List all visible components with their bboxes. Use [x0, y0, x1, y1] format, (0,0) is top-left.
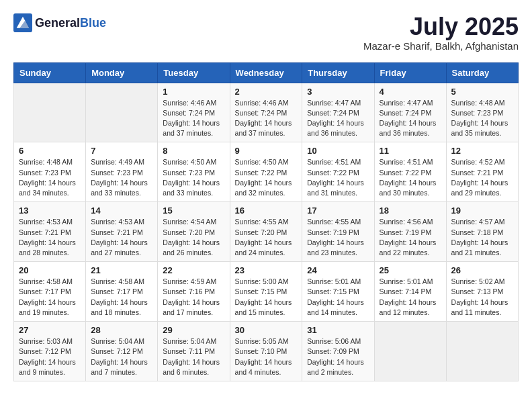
calendar-cell: 25Sunrise: 5:01 AM Sunset: 7:14 PM Dayli… [374, 262, 446, 322]
day-info: Sunrise: 4:55 AM Sunset: 7:20 PM Dayligh… [235, 217, 298, 258]
day-info: Sunrise: 4:57 AM Sunset: 7:18 PM Dayligh… [451, 217, 513, 258]
day-info: Sunrise: 4:47 AM Sunset: 7:24 PM Dayligh… [380, 98, 441, 139]
calendar-cell: 5Sunrise: 4:48 AM Sunset: 7:23 PM Daylig… [446, 83, 518, 142]
calendar-cell: 26Sunrise: 5:02 AM Sunset: 7:13 PM Dayli… [446, 262, 518, 322]
calendar-week-row: 27Sunrise: 5:03 AM Sunset: 7:12 PM Dayli… [14, 322, 519, 381]
day-info: Sunrise: 4:51 AM Sunset: 7:22 PM Dayligh… [380, 157, 441, 198]
day-info: Sunrise: 4:50 AM Sunset: 7:23 PM Dayligh… [163, 157, 224, 198]
logo-blue: Blue [80, 16, 106, 30]
day-number: 13 [19, 205, 81, 216]
calendar-cell: 7Sunrise: 4:49 AM Sunset: 7:23 PM Daylig… [86, 142, 158, 202]
calendar-cell: 22Sunrise: 4:59 AM Sunset: 7:16 PM Dayli… [158, 262, 230, 322]
calendar-cell: 9Sunrise: 4:50 AM Sunset: 7:22 PM Daylig… [230, 142, 302, 202]
day-number: 7 [91, 146, 152, 156]
calendar-week-row: 6Sunrise: 4:48 AM Sunset: 7:23 PM Daylig… [14, 142, 519, 202]
day-info: Sunrise: 4:59 AM Sunset: 7:16 PM Dayligh… [163, 277, 224, 318]
day-info: Sunrise: 5:05 AM Sunset: 7:10 PM Dayligh… [235, 336, 298, 377]
day-info: Sunrise: 5:02 AM Sunset: 7:13 PM Dayligh… [451, 277, 513, 318]
day-info: Sunrise: 4:53 AM Sunset: 7:21 PM Dayligh… [19, 217, 81, 258]
weekday-header-thursday: Thursday [302, 62, 374, 83]
day-number: 1 [163, 87, 224, 97]
calendar-cell: 18Sunrise: 4:56 AM Sunset: 7:19 PM Dayli… [374, 202, 446, 262]
day-info: Sunrise: 4:50 AM Sunset: 7:22 PM Dayligh… [235, 157, 298, 198]
weekday-header-row: SundayMondayTuesdayWednesdayThursdayFrid… [14, 62, 519, 83]
day-info: Sunrise: 4:54 AM Sunset: 7:20 PM Dayligh… [163, 217, 224, 258]
calendar-week-row: 13Sunrise: 4:53 AM Sunset: 7:21 PM Dayli… [14, 202, 519, 262]
day-number: 23 [235, 265, 298, 275]
day-number: 9 [235, 146, 298, 156]
day-number: 10 [307, 146, 369, 156]
calendar-cell: 4Sunrise: 4:47 AM Sunset: 7:24 PM Daylig… [374, 83, 446, 142]
day-number: 3 [307, 87, 369, 97]
weekday-header-sunday: Sunday [14, 62, 86, 83]
calendar-cell: 11Sunrise: 4:51 AM Sunset: 7:22 PM Dayli… [374, 142, 446, 202]
calendar-cell: 30Sunrise: 5:05 AM Sunset: 7:10 PM Dayli… [230, 322, 302, 381]
day-number: 16 [235, 205, 298, 216]
calendar-cell: 31Sunrise: 5:06 AM Sunset: 7:09 PM Dayli… [302, 322, 374, 381]
day-info: Sunrise: 4:48 AM Sunset: 7:23 PM Dayligh… [451, 98, 513, 139]
day-number: 29 [163, 325, 224, 335]
day-info: Sunrise: 4:47 AM Sunset: 7:24 PM Dayligh… [307, 98, 369, 139]
day-number: 4 [380, 87, 441, 97]
day-info: Sunrise: 4:58 AM Sunset: 7:17 PM Dayligh… [19, 277, 81, 318]
day-info: Sunrise: 5:01 AM Sunset: 7:14 PM Dayligh… [380, 277, 441, 318]
day-info: Sunrise: 4:46 AM Sunset: 7:24 PM Dayligh… [235, 98, 298, 139]
title-block: July 2025 Mazar-e Sharif, Balkh, Afghani… [363, 13, 519, 52]
calendar-cell: 20Sunrise: 4:58 AM Sunset: 7:17 PM Dayli… [14, 262, 86, 322]
day-number: 21 [91, 265, 152, 275]
calendar-cell: 10Sunrise: 4:51 AM Sunset: 7:22 PM Dayli… [302, 142, 374, 202]
logo: GeneralBlue [13, 13, 106, 32]
day-number: 27 [19, 325, 81, 335]
calendar-cell: 3Sunrise: 4:47 AM Sunset: 7:24 PM Daylig… [302, 83, 374, 142]
weekday-header-friday: Friday [374, 62, 446, 83]
calendar-week-row: 1Sunrise: 4:46 AM Sunset: 7:24 PM Daylig… [14, 83, 519, 142]
day-number: 8 [163, 146, 224, 156]
calendar-cell: 6Sunrise: 4:48 AM Sunset: 7:23 PM Daylig… [14, 142, 86, 202]
day-number: 12 [451, 146, 513, 156]
calendar-cell: 8Sunrise: 4:50 AM Sunset: 7:23 PM Daylig… [158, 142, 230, 202]
calendar-cell: 27Sunrise: 5:03 AM Sunset: 7:12 PM Dayli… [14, 322, 86, 381]
weekday-header-tuesday: Tuesday [158, 62, 230, 83]
calendar-cell: 2Sunrise: 4:46 AM Sunset: 7:24 PM Daylig… [230, 83, 302, 142]
day-number: 2 [235, 87, 298, 97]
day-number: 19 [451, 205, 513, 216]
day-info: Sunrise: 5:06 AM Sunset: 7:09 PM Dayligh… [307, 336, 369, 377]
calendar-cell: 21Sunrise: 4:58 AM Sunset: 7:17 PM Dayli… [86, 262, 158, 322]
month-year-title: July 2025 [363, 13, 519, 40]
calendar-cell: 29Sunrise: 5:04 AM Sunset: 7:11 PM Dayli… [158, 322, 230, 381]
day-number: 18 [380, 205, 441, 216]
day-info: Sunrise: 4:58 AM Sunset: 7:17 PM Dayligh… [91, 277, 152, 318]
day-number: 24 [307, 265, 369, 275]
day-info: Sunrise: 5:00 AM Sunset: 7:15 PM Dayligh… [235, 277, 298, 318]
day-number: 17 [307, 205, 369, 216]
calendar-cell: 17Sunrise: 4:55 AM Sunset: 7:19 PM Dayli… [302, 202, 374, 262]
day-info: Sunrise: 4:52 AM Sunset: 7:21 PM Dayligh… [451, 157, 513, 198]
day-info: Sunrise: 4:49 AM Sunset: 7:23 PM Dayligh… [91, 157, 152, 198]
location-subtitle: Mazar-e Sharif, Balkh, Afghanistan [363, 40, 519, 52]
calendar-cell: 15Sunrise: 4:54 AM Sunset: 7:20 PM Dayli… [158, 202, 230, 262]
day-number: 30 [235, 325, 298, 335]
day-number: 31 [307, 325, 369, 335]
day-number: 26 [451, 265, 513, 275]
logo-text: GeneralBlue [35, 16, 106, 30]
weekday-header-wednesday: Wednesday [230, 62, 302, 83]
calendar-cell: 12Sunrise: 4:52 AM Sunset: 7:21 PM Dayli… [446, 142, 518, 202]
logo-general: General [35, 16, 80, 30]
calendar-cell: 19Sunrise: 4:57 AM Sunset: 7:18 PM Dayli… [446, 202, 518, 262]
calendar-cell [374, 322, 446, 381]
calendar-cell: 13Sunrise: 4:53 AM Sunset: 7:21 PM Dayli… [14, 202, 86, 262]
calendar-week-row: 20Sunrise: 4:58 AM Sunset: 7:17 PM Dayli… [14, 262, 519, 322]
calendar-cell: 23Sunrise: 5:00 AM Sunset: 7:15 PM Dayli… [230, 262, 302, 322]
calendar-cell [446, 322, 518, 381]
day-info: Sunrise: 4:56 AM Sunset: 7:19 PM Dayligh… [380, 217, 441, 258]
calendar-cell: 16Sunrise: 4:55 AM Sunset: 7:20 PM Dayli… [230, 202, 302, 262]
day-number: 25 [380, 265, 441, 275]
day-number: 15 [163, 205, 224, 216]
day-info: Sunrise: 4:51 AM Sunset: 7:22 PM Dayligh… [307, 157, 369, 198]
day-number: 14 [91, 205, 152, 216]
day-number: 6 [19, 146, 81, 156]
day-number: 22 [163, 265, 224, 275]
page-header: GeneralBlue July 2025 Mazar-e Sharif, Ba… [13, 13, 519, 52]
logo-icon [13, 13, 32, 32]
weekday-header-monday: Monday [86, 62, 158, 83]
